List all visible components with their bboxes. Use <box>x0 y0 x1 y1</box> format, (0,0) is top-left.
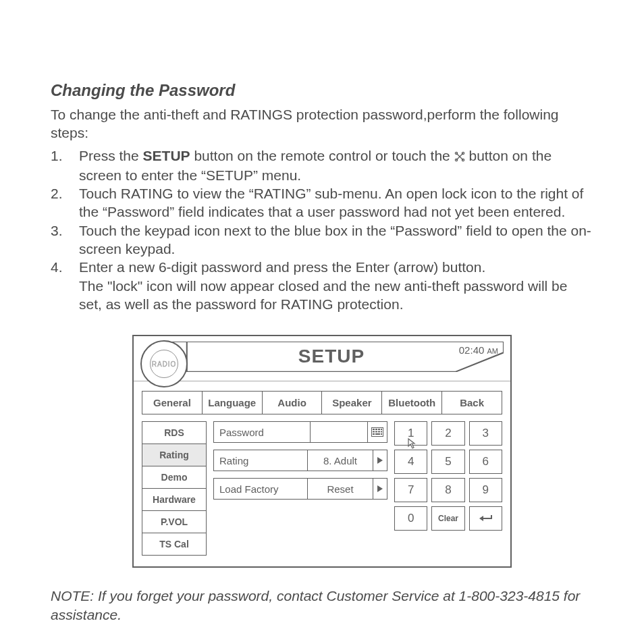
svg-rect-6 <box>373 429 375 430</box>
svg-rect-8 <box>378 429 380 430</box>
rating-label: Rating <box>214 450 308 471</box>
tab-general[interactable]: General <box>142 392 203 414</box>
top-nav: General Language Audio Speaker Bluetooth… <box>142 391 502 414</box>
step-number: 3. <box>51 221 79 259</box>
sidebar-item-pvol[interactable]: P.VOL <box>142 511 206 533</box>
password-input[interactable] <box>311 422 368 442</box>
key-3[interactable]: 3 <box>469 421 502 446</box>
svg-rect-10 <box>373 431 375 433</box>
step-text: Touch the keypad icon next to the blue b… <box>79 221 593 259</box>
key-5[interactable]: 5 <box>431 450 464 474</box>
rating-open-icon[interactable] <box>373 450 387 471</box>
sidebar-item-rds[interactable]: RDS <box>142 422 206 444</box>
key-2[interactable]: 2 <box>431 421 464 446</box>
svg-marker-17 <box>377 457 383 464</box>
sidebar-item-rating[interactable]: Rating <box>142 444 206 466</box>
load-factory-label: Load Factory <box>214 479 308 499</box>
key-0[interactable]: 0 <box>394 506 427 531</box>
step-number: 4. <box>51 258 79 313</box>
keypad-icon[interactable] <box>368 422 387 442</box>
tools-icon <box>454 148 465 166</box>
keypad: 1 2 3 4 5 6 7 <box>394 421 502 556</box>
key-4[interactable]: 4 <box>394 450 427 474</box>
svg-rect-9 <box>381 429 382 430</box>
key-clear[interactable]: Clear <box>431 506 464 531</box>
sidebar-item-tscal[interactable]: TS Cal <box>142 533 206 555</box>
sidebar-item-demo[interactable]: Demo <box>142 466 206 489</box>
reset-go-icon[interactable] <box>373 479 387 499</box>
step-text: Press the SETUP button on the remote con… <box>79 146 593 185</box>
svg-rect-15 <box>375 433 380 435</box>
rating-row: Rating 8. Adult <box>213 450 387 471</box>
key-1[interactable]: 1 <box>394 421 427 446</box>
tab-speaker[interactable]: Speaker <box>322 392 382 414</box>
settings-panel: Password Rating 8. Adult <box>213 421 387 556</box>
intro-text: To change the anti-theft and RATINGS pro… <box>51 105 593 142</box>
svg-rect-12 <box>378 431 380 433</box>
svg-rect-13 <box>381 431 382 433</box>
svg-rect-14 <box>373 433 375 435</box>
radio-badge-label: RADIO <box>150 350 178 378</box>
side-nav: RDS Rating Demo Hardware P.VOL TS Cal <box>142 421 207 556</box>
key-8[interactable]: 8 <box>431 478 464 502</box>
key-7[interactable]: 7 <box>394 478 427 502</box>
tab-bluetooth[interactable]: Bluetooth <box>382 392 442 414</box>
tab-audio[interactable]: Audio <box>263 392 323 414</box>
tab-back[interactable]: Back <box>442 392 502 414</box>
svg-marker-18 <box>377 485 383 492</box>
setup-screen: RADIO SETUP 02:40 AM General Language Au… <box>132 335 512 568</box>
key-6[interactable]: 6 <box>469 450 502 474</box>
reset-button[interactable]: Reset <box>308 479 373 499</box>
step-text: Enter a new 6-digit password and press t… <box>79 258 593 313</box>
sidebar-item-hardware[interactable]: Hardware <box>142 489 206 511</box>
svg-rect-7 <box>375 429 377 430</box>
svg-rect-11 <box>375 431 377 433</box>
svg-marker-19 <box>479 516 483 521</box>
step-number: 2. <box>51 184 79 221</box>
key-9[interactable]: 9 <box>469 478 502 502</box>
password-row: Password <box>213 421 387 443</box>
radio-badge[interactable]: RADIO <box>140 340 188 387</box>
enter-arrow-icon <box>478 514 493 523</box>
password-label: Password <box>214 422 311 442</box>
setup-title: SETUP <box>159 346 504 367</box>
step-number: 1. <box>51 146 79 185</box>
section-heading: Changing the Password <box>51 81 593 100</box>
tab-language[interactable]: Language <box>203 392 263 414</box>
step-text: Touch RATING to view the “RATING” sub-me… <box>79 184 593 221</box>
key-enter[interactable] <box>469 506 502 531</box>
note-text: NOTE: If you forget your password, conta… <box>51 587 593 624</box>
setup-header: RADIO SETUP 02:40 AM <box>134 336 510 381</box>
load-factory-row: Load Factory Reset <box>213 478 387 500</box>
svg-rect-16 <box>381 433 382 435</box>
rating-value[interactable]: 8. Adult <box>308 450 373 471</box>
